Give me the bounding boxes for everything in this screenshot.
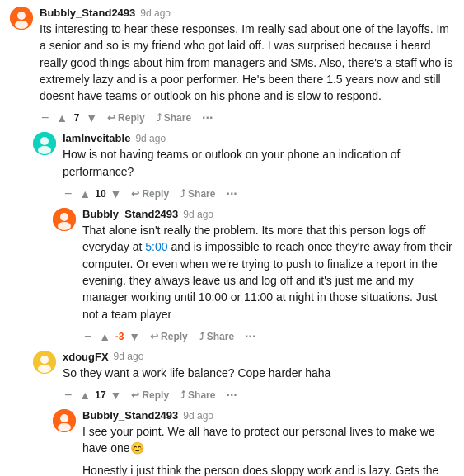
reply-icon: ↩ [131,188,139,200]
comment-item: xdougFX 9d ago So they want a work life … [33,351,454,404]
upvote-button[interactable]: ▲ [77,387,93,403]
minus-icon: − [64,186,72,201]
comment-header: xdougFX 9d ago [63,351,454,363]
share-button[interactable]: ⤴ Share [195,328,238,346]
comment-actions: − ▲ 7 ▼ ↩ Reply ⤴ Share ··· [40,109,454,127]
timestamp: 9d ago [183,410,213,422]
more-button[interactable]: ··· [223,387,240,403]
reply-icon: ↩ [131,389,139,401]
downvote-button[interactable]: ▼ [108,186,124,202]
share-icon: ⤴ [180,389,185,401]
comment-header: Bubbly_Stand2493 9d ago [82,409,454,422]
comment-item: IamInveitable 9d ago How is not having t… [33,132,454,203]
svg-point-1 [17,12,26,20]
avatar [53,208,76,231]
reply-button[interactable]: ↩ Reply [127,386,173,404]
svg-point-4 [40,137,49,145]
comment-thread: Bubbly_Stand2493 9d ago Its interesting … [0,0,464,476]
comment-body: Bubbly_Stand2493 9d ago Its interesting … [40,7,454,127]
comment-body: Bubbly_Stand2493 9d ago I see your point… [82,409,454,476]
comment-header: IamInveitable 9d ago [63,132,454,144]
comment-actions: − ▲ -3 ▼ ↩ Reply ⤴ Share ··· [82,328,454,346]
svg-point-2 [15,21,28,29]
svg-point-7 [60,213,68,221]
more-button[interactable]: ··· [241,328,259,345]
svg-point-8 [58,222,71,230]
reply-button[interactable]: ↩ Reply [127,185,173,203]
minus-icon: − [84,329,91,344]
avatar [33,132,56,155]
upvote-button[interactable]: ▲ [54,110,70,126]
svg-point-11 [38,365,51,373]
more-button[interactable]: ··· [223,186,240,202]
avatar [10,7,33,30]
downvote-button[interactable]: ▼ [108,387,124,403]
comment-actions: − ▲ 17 ▼ ↩ Reply ⤴ Share ··· [63,386,454,404]
timestamp: 9d ago [114,351,144,362]
upvote-button[interactable]: ▲ [77,186,93,202]
timestamp: 9d ago [135,133,166,144]
comment-item: Bubbly_Stand2493 9d ago Its interesting … [10,7,454,127]
comment-header: Bubbly_Stand2493 9d ago [82,208,454,220]
comment-text: I see your point. We all have to protect… [82,423,454,457]
comment-text: So they want a work life balance? Cope h… [63,365,454,381]
downvote-button[interactable]: ▼ [126,328,143,345]
svg-point-5 [38,146,51,154]
comment-body: xdougFX 9d ago So they want a work life … [63,351,454,404]
avatar [33,351,56,374]
reply-button[interactable]: ↩ Reply [146,328,192,346]
vote-count: 10 [95,188,105,200]
comment-item: Bubbly_Stand2493 9d ago I see your point… [53,409,454,476]
share-button[interactable]: ⤴ Share [176,185,219,203]
vote-section: ▲ 7 ▼ [54,110,100,126]
timestamp: 9d ago [140,7,171,19]
reply-icon: ↩ [107,112,115,124]
username[interactable]: Bubbly_Stand2493 [82,409,178,422]
collapse-button[interactable]: − [63,185,73,203]
vote-section: ▲ 10 ▼ [77,186,124,202]
vote-section: ▲ -3 ▼ [96,328,143,345]
vote-count: -3 [115,331,124,342]
more-button[interactable]: ··· [199,110,216,126]
comment-header: Bubbly_Stand2493 9d ago [40,7,454,19]
avatar [53,409,76,432]
timestamp: 9d ago [183,209,213,220]
vote-section: ▲ 17 ▼ [77,387,124,403]
comment-body: IamInveitable 9d ago How is not having t… [63,132,454,203]
upvote-button[interactable]: ▲ [96,328,113,345]
minus-icon: − [41,111,49,125]
collapse-button[interactable]: − [82,328,93,346]
comment-text: How is not having teams or outlook on yo… [63,146,454,180]
share-icon: ⤴ [157,112,162,124]
share-icon: ⤴ [180,188,185,200]
comment-body: Bubbly_Stand2493 9d ago That alone isn't… [82,208,454,346]
minus-icon: − [64,388,72,403]
share-icon: ⤴ [199,331,204,342]
username[interactable]: Bubbly_Stand2493 [82,208,178,220]
vote-count: 17 [95,389,105,401]
username[interactable]: Bubbly_Stand2493 [40,7,135,19]
comment-item: Bubbly_Stand2493 9d ago That alone isn't… [53,208,454,346]
share-button[interactable]: ⤴ Share [152,109,195,127]
username[interactable]: IamInveitable [63,132,130,144]
share-button[interactable]: ⤴ Share [176,386,219,404]
comment-text-2: Honestly i just think the person does sl… [82,462,454,476]
svg-point-14 [58,423,71,431]
comment-actions: − ▲ 10 ▼ ↩ Reply ⤴ Share ··· [63,185,454,203]
highlight-text: 5:00 [145,240,167,253]
reply-icon: ↩ [150,331,158,342]
downvote-button[interactable]: ▼ [83,110,100,126]
collapse-button[interactable]: − [63,386,73,404]
username[interactable]: xdougFX [63,351,109,363]
comment-text: That alone isn't really the problem. Its… [82,222,454,323]
comment-text: Its interesting to hear these responses.… [40,21,454,104]
reply-button[interactable]: ↩ Reply [103,109,149,127]
svg-point-10 [40,356,49,364]
collapse-button[interactable]: − [40,110,50,126]
svg-point-13 [60,414,68,422]
vote-count: 7 [72,112,82,124]
